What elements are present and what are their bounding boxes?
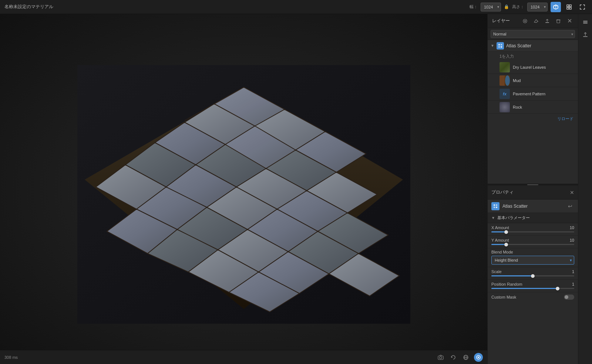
expand-icon	[579, 4, 585, 10]
x-amount-value: 10	[570, 225, 574, 230]
stone-scene	[77, 65, 410, 324]
topbar-controls: 幅： 102451220484096 🔒 高さ： 102451220484096	[470, 2, 588, 12]
eraser-tool-button[interactable]	[532, 17, 540, 25]
custom-mask-label: Custom Mask	[491, 295, 516, 299]
y-amount-thumb[interactable]	[504, 243, 508, 246]
blend-mode-param-label: Blend Mode	[491, 250, 574, 254]
toggle-knob	[565, 295, 568, 299]
layer-group-atlas-scatter: ▼ Atlas Scatter 1を入力	[488, 40, 578, 114]
scale-slider[interactable]	[491, 275, 574, 276]
cube-icon	[553, 4, 559, 10]
close-properties-button[interactable]: ✕	[570, 190, 574, 195]
main-content: 308 ms	[0, 14, 592, 364]
x-amount-slider[interactable]	[491, 231, 574, 232]
position-random-thumb[interactable]	[556, 287, 559, 290]
svg-rect-51	[557, 20, 560, 23]
layers-section: レイヤー	[488, 14, 578, 184]
node-name-label: Atlas Scatter	[502, 204, 563, 209]
x-amount-thumb[interactable]	[504, 230, 508, 234]
mud-thumb-visual	[500, 75, 510, 86]
sublayer-mud[interactable]: Mud	[488, 74, 578, 87]
sub-input-label: 1を入力	[488, 52, 578, 61]
properties-section: プロパティ ✕ Atlas Scatter ↩	[488, 186, 578, 364]
scale-thumb[interactable]	[531, 274, 535, 278]
properties-node-row: Atlas Scatter ↩	[488, 200, 578, 213]
height-label: 高さ：	[512, 4, 524, 10]
layer-group-header[interactable]: ▼ Atlas Scatter	[488, 40, 578, 52]
scale-fill	[491, 275, 533, 276]
layers-panel-button[interactable]	[580, 17, 591, 27]
stone-floor-svg	[77, 65, 410, 324]
x-amount-label: X Amount	[491, 225, 509, 230]
globe-button[interactable]	[461, 353, 470, 362]
sublayer-dry-laurel-leaves[interactable]: Dry Laurel Leaves	[488, 61, 578, 74]
blend-mode-param: Blend Mode Height Blend Normal Multiply …	[488, 248, 578, 267]
blend-mode-param-select[interactable]: Height Blend Normal Multiply Overlay	[491, 256, 574, 265]
svg-rect-56	[501, 44, 502, 45]
custom-mask-row: Custom Mask	[488, 292, 578, 301]
sublayer-pavement-pattern[interactable]: fx Pavement Pattern	[488, 87, 578, 101]
svg-rect-60	[496, 204, 497, 206]
export-button[interactable]	[543, 17, 551, 25]
cube-view-button[interactable]	[551, 2, 561, 12]
sublayer-name-mud: Mud	[513, 78, 574, 83]
position-random-label: Position Random	[491, 282, 522, 286]
height-select[interactable]: 102451220484096	[527, 3, 548, 11]
camera-icon	[438, 354, 444, 360]
svg-rect-3	[567, 5, 569, 7]
paint-tool-button[interactable]	[521, 17, 529, 25]
mud-thumb-left	[500, 75, 505, 86]
lock-icon: 🔒	[504, 4, 509, 9]
width-label: 幅：	[470, 4, 478, 10]
delete-layer-button[interactable]	[554, 17, 562, 25]
timing-display: 308 ms	[4, 355, 18, 360]
close-layers-button[interactable]: ✕	[565, 17, 574, 25]
y-amount-slider[interactable]	[491, 244, 574, 245]
far-right-strip	[578, 14, 592, 364]
svg-rect-62	[496, 207, 497, 208]
expand-arrow-icon: ▼	[491, 44, 494, 48]
x-amount-param: X Amount 10	[488, 223, 578, 236]
position-random-value: 1	[572, 282, 574, 286]
paint-icon	[522, 18, 528, 24]
custom-mask-toggle[interactable]	[564, 295, 574, 300]
sublayer-thumbnail-rock	[500, 102, 510, 112]
svg-rect-57	[498, 46, 500, 48]
sublayer-name-rock: Rock	[513, 105, 574, 109]
blend-mode-select[interactable]: Normal Multiply Screen Overlay	[491, 30, 575, 38]
statusbar: 308 ms	[0, 350, 487, 364]
svg-rect-58	[501, 46, 502, 48]
svg-rect-61	[494, 207, 495, 208]
y-amount-fill	[491, 244, 506, 245]
basic-params-header[interactable]: ▼ 基本パラメーター	[488, 213, 578, 223]
spinner-icon	[475, 354, 481, 360]
svg-rect-64	[583, 22, 588, 23]
sublayer-thumbnail-pavement: fx	[500, 89, 510, 99]
position-random-param: Position Random 1	[488, 280, 578, 292]
reload-button[interactable]: リロード	[557, 116, 574, 122]
rotate-button[interactable]	[449, 353, 458, 362]
position-random-fill	[491, 288, 558, 289]
sublayer-rock[interactable]: Rock	[488, 101, 578, 114]
svg-rect-67	[583, 36, 588, 37]
grid-view-button[interactable]	[564, 2, 574, 12]
y-amount-value: 10	[570, 238, 574, 242]
spinner-button[interactable]	[474, 353, 483, 362]
position-random-slider[interactable]	[491, 288, 574, 289]
camera-button[interactable]	[436, 353, 445, 362]
node-scatter-icon	[493, 204, 498, 208]
mud-thumb-right	[505, 75, 510, 86]
globe-icon	[463, 354, 469, 360]
fullscreen-button[interactable]	[577, 2, 588, 12]
svg-rect-4	[569, 5, 571, 7]
reset-node-button[interactable]: ↩	[566, 202, 574, 210]
svg-rect-59	[494, 204, 495, 206]
y-amount-param: Y Amount 10	[488, 236, 578, 248]
viewport[interactable]: 308 ms	[0, 14, 487, 364]
x-amount-label-row: X Amount 10	[491, 225, 574, 230]
x-amount-fill	[491, 231, 506, 232]
upload-panel-button[interactable]	[580, 30, 591, 40]
svg-rect-50	[545, 22, 549, 23]
reload-area: リロード	[488, 114, 578, 124]
width-select[interactable]: 102451220484096	[481, 3, 501, 11]
